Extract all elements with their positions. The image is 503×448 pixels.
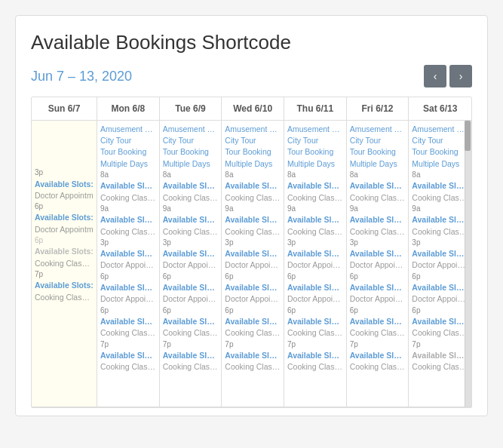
event-detail: Cooking Class Mo [100, 192, 156, 204]
event-detail: Cooking Class Mo [163, 361, 219, 373]
event-slots[interactable]: Available Slots: [412, 350, 468, 361]
event-time: 6p [225, 272, 281, 283]
event-slots[interactable]: Available Slots: [287, 248, 343, 259]
event-slots[interactable]: Available Slots: [163, 350, 219, 361]
event-slots[interactable]: Available Slots: [163, 248, 219, 259]
event[interactable]: City Tour [100, 135, 156, 146]
event[interactable]: City Tour [350, 135, 406, 146]
event-detail: Cooking Class Mo [225, 192, 281, 204]
event[interactable]: City Tour [163, 135, 219, 146]
event-slots[interactable]: Available Slots: [225, 180, 281, 192]
event-slots[interactable]: Available Slots: [350, 214, 406, 226]
event-slots[interactable]: Available Slots: [35, 212, 94, 223]
event-slots[interactable]: Available Slots: [225, 214, 281, 226]
event-slots[interactable]: Available Slots: [100, 180, 156, 192]
event[interactable]: Amusement Park [412, 124, 468, 135]
event-time: 9a [412, 204, 468, 215]
event-time: 3p [163, 238, 219, 249]
event-slots[interactable]: Available Slots: [350, 180, 406, 192]
event-detail: Doctor Appointm [35, 190, 94, 201]
event[interactable]: City Tour [412, 135, 468, 146]
header-wed: Wed 6/10 [222, 97, 284, 121]
event[interactable]: Tour Booking [225, 146, 281, 158]
event-slots[interactable]: Available Slots: [225, 282, 281, 293]
event-time: 3p [225, 238, 281, 249]
event-detail: Doctor Appointm [100, 293, 156, 305]
event-slots[interactable]: Available Slots: [287, 316, 343, 327]
event-slots[interactable]: Available Slots: [412, 248, 468, 259]
event-slots[interactable]: Available Slots: [412, 214, 468, 226]
event[interactable]: Multiple Days [100, 158, 156, 170]
event-time: 6p [225, 305, 281, 317]
event[interactable]: Multiple Days [350, 158, 406, 170]
event[interactable]: Tour Booking [163, 146, 219, 158]
event-slots[interactable]: Available Slots: [287, 350, 343, 361]
event-slots[interactable]: Available Slots: [350, 350, 406, 361]
event[interactable]: Multiple Days [225, 158, 281, 170]
event[interactable]: Amusement Park [287, 124, 343, 135]
event-time: 6p [287, 305, 343, 317]
header-thu: Thu 6/11 [284, 97, 347, 121]
event-slots[interactable]: Available Slots: [100, 282, 156, 293]
event[interactable]: Amusement Park [100, 124, 156, 135]
event-time: 8a [287, 170, 343, 181]
event[interactable]: Tour Booking [287, 146, 343, 158]
event-slots[interactable]: Available Slots: [350, 282, 406, 293]
event[interactable]: Multiple Days [163, 158, 219, 170]
event [35, 124, 94, 135]
event-slots[interactable]: Available Slots: [100, 350, 156, 361]
day-sat: Amusement Park City Tour Tour Booking Mu… [409, 121, 471, 407]
event-slots[interactable]: Available Slots: [412, 282, 468, 293]
event-slots[interactable]: Available Slots: [35, 280, 94, 291]
event-slots[interactable]: Available Slots: [225, 248, 281, 259]
scrollbar[interactable] [465, 121, 471, 407]
event-slots[interactable]: Available Slots: [287, 282, 343, 293]
event-detail: Cooking Class Mo [225, 226, 281, 238]
day-wed: Amusement Park City Tour Tour Booking Mu… [222, 121, 284, 407]
event[interactable]: Multiple Days [287, 158, 343, 170]
event-time: 6p [350, 272, 406, 283]
event-slots[interactable]: Available Slots: [225, 350, 281, 361]
event-slots[interactable]: Available Slots: [287, 180, 343, 192]
event-time: 9a [163, 204, 219, 215]
calendar-body: 3p Available Slots: Doctor Appointm 6p A… [32, 121, 471, 407]
event-slots[interactable]: Available Slots: [163, 214, 219, 226]
event-slots[interactable]: Available Slots: [100, 248, 156, 259]
event-detail: Doctor Appointm [350, 293, 406, 305]
event-slots[interactable]: Available Slots: [163, 282, 219, 293]
page-title: Available Bookings Shortcode [31, 31, 472, 54]
event[interactable]: Amusement Park [350, 124, 406, 135]
event-time: 3p [35, 167, 94, 179]
event[interactable]: City Tour [225, 135, 281, 146]
event-time: 8a [163, 170, 219, 181]
scrollbar-thumb[interactable] [465, 121, 471, 151]
event-slots[interactable]: Available Slots: [35, 246, 94, 257]
event-slots[interactable]: Available Slots: [100, 316, 156, 327]
event-time: 6p [100, 272, 156, 283]
event-slots[interactable]: Available Slots: [225, 316, 281, 327]
event[interactable]: City Tour [287, 135, 343, 146]
event-time: 3p [350, 238, 406, 249]
event[interactable]: Tour Booking [350, 146, 406, 158]
event-time: 6p [412, 305, 468, 317]
event-slots[interactable]: Available Slots: [412, 316, 468, 327]
event-slots[interactable]: Available Slots: [412, 180, 468, 192]
event-slots[interactable]: Available Slots: [163, 316, 219, 327]
event-slots[interactable]: Available Slots: [35, 179, 94, 190]
event-slots[interactable]: Available Slots: [287, 214, 343, 226]
event-detail: Cooking Class Mo [412, 226, 468, 238]
event-detail: Doctor Appointm [287, 293, 343, 305]
event[interactable]: Amusement Park [163, 124, 219, 135]
event-time: 9a [350, 204, 406, 215]
event[interactable]: Tour Booking [412, 146, 468, 158]
event-slots[interactable]: Available Slots: [350, 316, 406, 327]
event-slots[interactable]: Available Slots: [163, 180, 219, 192]
event[interactable]: Tour Booking [100, 146, 156, 158]
event [35, 135, 94, 146]
next-button[interactable]: › [449, 65, 472, 87]
event[interactable]: Multiple Days [412, 158, 468, 170]
event[interactable]: Amusement Park [225, 124, 281, 135]
event-slots[interactable]: Available Slots: [100, 214, 156, 226]
event-slots[interactable]: Available Slots: [350, 248, 406, 259]
prev-button[interactable]: ‹ [424, 65, 446, 87]
